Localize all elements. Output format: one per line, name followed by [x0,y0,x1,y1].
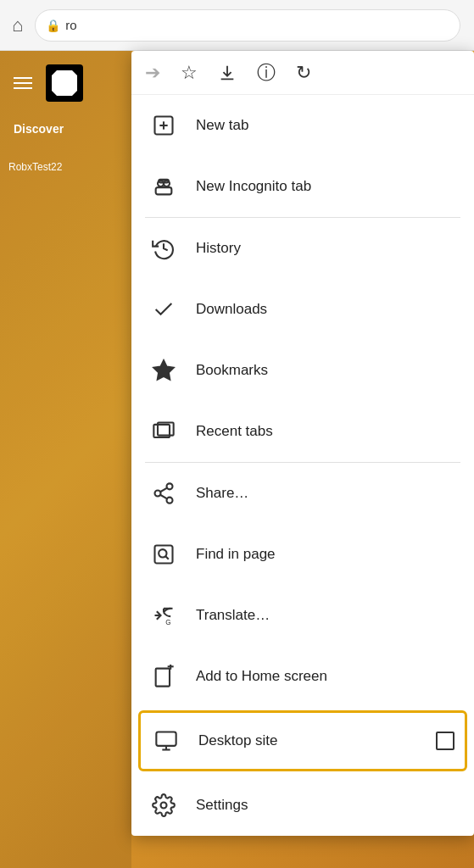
download-icon[interactable] [218,64,237,82]
menu-item-downloads[interactable]: Downloads [131,279,474,340]
menu-item-add-home[interactable]: Add to Home screen [131,646,474,707]
svg-point-25 [161,803,167,809]
svg-point-16 [159,549,166,557]
new-tab-icon [148,110,179,141]
history-label: History [196,240,457,257]
find-in-page-label: Find in page [196,546,457,563]
svg-point-12 [167,498,173,504]
menu-item-recent-tabs[interactable]: Recent tabs [131,401,474,462]
svg-point-10 [167,483,173,489]
menu-item-incognito[interactable]: New Incognito tab [131,156,474,217]
left-sidebar: Discover RobxTest22 [0,51,131,868]
recent-tabs-icon [148,416,179,447]
svg-line-17 [165,556,169,559]
forward-icon[interactable]: ➔ [145,62,160,84]
incognito-icon [148,171,179,202]
menu-item-history[interactable]: History [131,218,474,279]
info-icon[interactable]: ⓘ [257,60,276,86]
roblox-logo [46,64,83,102]
settings-icon [148,790,179,821]
username-label: RobxTest22 [8,161,62,173]
menu-item-find-in-page[interactable]: Find in page [131,524,474,585]
svg-rect-15 [155,546,173,564]
svg-line-14 [160,488,167,492]
desktop-site-checkbox[interactable] [436,732,454,750]
url-text: ro [65,18,76,32]
menu-item-settings[interactable]: Settings [131,775,474,836]
menu-top-bar: ➔ ☆ ⓘ ↻ [131,51,474,95]
svg-rect-19 [156,669,170,687]
bookmarks-label: Bookmarks [196,362,457,379]
new-tab-label: New tab [196,117,457,134]
share-icon [148,478,179,509]
svg-rect-22 [156,732,176,746]
svg-marker-7 [153,360,173,379]
bookmarks-icon [148,355,179,386]
lock-icon: 🔒 [46,19,60,32]
svg-text:G: G [165,619,170,626]
sidebar-header [0,51,131,115]
menu-item-bookmarks[interactable]: Bookmarks [131,340,474,401]
add-home-label: Add to Home screen [196,668,457,685]
find-in-page-icon [148,539,179,570]
home-icon[interactable]: ⌂ [7,9,28,42]
share-label: Share… [196,485,457,502]
history-icon [148,233,179,264]
svg-line-13 [160,495,167,499]
translate-icon: G [148,600,179,631]
incognito-label: New Incognito tab [196,178,457,195]
svg-point-11 [155,491,161,497]
reload-icon[interactable]: ↻ [296,62,311,84]
downloads-label: Downloads [196,301,457,318]
desktop-site-icon [151,726,181,756]
address-bar: ⌂ 🔒 ro [0,0,474,51]
settings-label: Settings [196,797,457,814]
context-menu: ➔ ☆ ⓘ ↻ New tab [131,51,474,836]
menu-item-new-tab[interactable]: New tab [131,95,474,156]
hamburger-icon [14,77,32,89]
url-box[interactable]: 🔒 ro [35,9,460,42]
translate-label: Translate… [196,607,457,624]
menu-item-share[interactable]: Share… [131,463,474,524]
discover-label: Discover [0,115,131,142]
star-icon[interactable]: ☆ [181,62,198,84]
desktop-site-label: Desktop site [198,732,419,749]
menu-item-translate[interactable]: G Translate… [131,585,474,646]
downloads-icon [148,294,179,325]
recent-tabs-label: Recent tabs [196,423,457,440]
menu-item-desktop-site[interactable]: Desktop site [138,710,467,771]
svg-rect-5 [156,187,172,194]
add-home-icon [148,661,179,692]
